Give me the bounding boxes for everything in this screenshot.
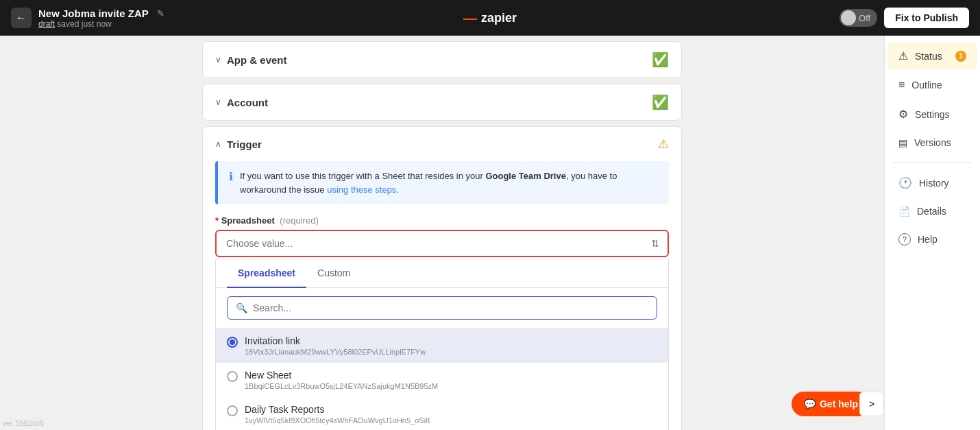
zapier-logo: — zapier	[463, 10, 517, 26]
header-left: ← New Jobma invite ZAP ✎ draft saved jus…	[11, 8, 330, 29]
list-item[interactable]: Daily Task Reports 1vyWlVt5q5kI9XOOfi5tc…	[216, 397, 668, 430]
get-help-label: Get help	[820, 398, 858, 409]
expand-icon: >	[869, 398, 874, 409]
fix-publish-button[interactable]: Fix to Publish	[884, 8, 969, 28]
help-icon: ?	[898, 233, 911, 246]
back-button[interactable]: ←	[11, 8, 32, 28]
sidebar-divider	[893, 162, 972, 163]
chat-icon: 💬	[804, 398, 816, 409]
saved-text: saved just now	[57, 19, 111, 29]
status-badge: 1	[955, 51, 966, 62]
zap-title-group: New Jobma invite ZAP ✎ draft saved just …	[38, 8, 164, 29]
app-event-title: App & event	[227, 54, 287, 66]
version-label: ver. 5561fdc5	[3, 420, 44, 427]
outline-icon: ≡	[898, 79, 905, 91]
acc-left: ∨ Account	[215, 97, 268, 108]
option-text: Invitation link 18Vtx3JrLianaukM29wwLYVy…	[245, 335, 426, 356]
trigger-content: ℹ If you want to use this trigger with a…	[203, 161, 681, 430]
sidebar-item-status[interactable]: ⚠ Status 1	[887, 43, 977, 69]
list-item[interactable]: New Sheet 1BbqiCEGLcLv3RbuwO5sjL24EYANzS…	[216, 363, 668, 397]
header-center: — zapier	[330, 10, 650, 26]
toggle-switch[interactable]: Off	[840, 9, 877, 27]
zap-title: New Jobma invite ZAP	[38, 8, 149, 19]
sidebar-item-history[interactable]: 🕐 History	[887, 169, 977, 196]
search-wrapper: 🔍	[216, 288, 668, 329]
center-panel: ∨ App & event ✅ ∨ Account ✅	[202, 36, 682, 430]
acc-left: ∨ App & event	[215, 54, 287, 66]
trigger-left: ∧ Trigger	[215, 139, 262, 150]
radio-selected-icon	[227, 337, 238, 348]
required-asterisk: *	[215, 215, 219, 226]
sidebar-item-outline[interactable]: ≡ Outline	[887, 72, 977, 98]
sidebar-item-versions[interactable]: ▤ Versions	[887, 130, 977, 155]
info-link[interactable]: using these steps	[327, 184, 396, 195]
option-text: Daily Task Reports 1vyWlVt5q5kI9XOOfi5tc…	[245, 404, 430, 425]
draft-link[interactable]: draft	[38, 19, 55, 29]
sidebar-item-help[interactable]: ? Help	[887, 226, 977, 252]
info-bold-text: Google Team Drive	[485, 171, 566, 181]
details-icon: 📄	[898, 206, 910, 217]
tabs-row: Spreadsheet Custom	[216, 259, 668, 288]
options-list: Invitation link 18Vtx3JrLianaukM29wwLYVy…	[216, 329, 668, 430]
app-event-header[interactable]: ∨ App & event ✅	[203, 42, 681, 77]
sidebar-label-outline: Outline	[911, 80, 942, 91]
chevron-up-icon: ∧	[215, 139, 221, 149]
toggle-label: Off	[856, 13, 876, 23]
info-box: ℹ If you want to use this trigger with a…	[215, 161, 669, 204]
gear-icon: ⚙	[898, 108, 908, 121]
versions-icon: ▤	[898, 137, 907, 148]
account-header[interactable]: ∨ Account ✅	[203, 84, 681, 120]
content-area: ∨ App & event ✅ ∨ Account ✅	[0, 36, 884, 430]
dropdown-panel: Spreadsheet Custom 🔍	[215, 259, 669, 430]
info-text: If you want to use this trigger with a S…	[240, 169, 658, 196]
radio-unselected-icon	[227, 405, 238, 416]
edit-title-icon[interactable]: ✎	[157, 8, 164, 19]
field-label: * Spreadsheet (required)	[215, 215, 669, 226]
tab-spreadsheet[interactable]: Spreadsheet	[227, 259, 306, 288]
trigger-title: Trigger	[227, 139, 262, 150]
option-name: Daily Task Reports	[245, 404, 430, 415]
sidebar-label-status: Status	[915, 51, 942, 62]
search-input-wrapper: 🔍	[227, 296, 657, 320]
get-help-button[interactable]: 💬 Get help	[792, 392, 870, 416]
sidebar-label-settings: Settings	[915, 109, 950, 120]
info-text-part1: If you want to use this trigger with a S…	[240, 171, 485, 181]
list-item[interactable]: Invitation link 18Vtx3JrLianaukM29wwLYVy…	[216, 329, 668, 363]
trigger-header[interactable]: ∧ Trigger ⚠	[203, 127, 681, 161]
sidebar-label-history: History	[919, 178, 949, 189]
sidebar-item-details[interactable]: 📄 Details	[887, 199, 977, 224]
account-title: Account	[227, 97, 268, 108]
option-id: 1BbqiCEGLcLv3RbuwO5sjL24EYANzSajukgM1N5B…	[245, 382, 438, 390]
account-section: ∨ Account ✅	[202, 84, 682, 121]
tab-custom[interactable]: Custom	[306, 259, 361, 288]
sidebar-label-help: Help	[918, 234, 938, 245]
expand-button[interactable]: >	[859, 392, 884, 416]
spreadsheet-label: Spreadsheet	[221, 215, 275, 226]
search-icon: 🔍	[236, 302, 247, 313]
warning-icon: ⚠	[658, 136, 669, 152]
header-right: Off Fix to Publish	[650, 8, 969, 28]
option-id: 18Vtx3JrLianaukM29wwLYVy58l02EPvULLinplE…	[245, 348, 426, 356]
check-circle-icon: ✅	[652, 94, 669, 110]
warning-icon: ⚠	[898, 49, 908, 62]
radio-unselected-icon	[227, 371, 238, 382]
toggle-circle	[841, 10, 856, 25]
chevron-down-icon: ∨	[215, 55, 221, 64]
search-input[interactable]	[253, 302, 648, 313]
option-name: Invitation link	[245, 335, 426, 346]
right-sidebar: ⚠ Status 1 ≡ Outline ⚙ Settings ▤ Versio…	[884, 36, 980, 430]
spreadsheet-dropdown-wrapper: ⇅	[215, 230, 669, 257]
sidebar-label-versions: Versions	[914, 137, 951, 148]
draft-status: draft saved just now	[38, 19, 164, 29]
required-text: (required)	[280, 215, 318, 226]
logo-dash: —	[463, 10, 477, 26]
spreadsheet-dropdown-input[interactable]	[217, 231, 667, 256]
chevron-down-icon: ∨	[215, 97, 221, 107]
app-header: ← New Jobma invite ZAP ✎ draft saved jus…	[0, 0, 980, 36]
clock-icon: 🕐	[898, 176, 912, 189]
option-text: New Sheet 1BbqiCEGLcLv3RbuwO5sjL24EYANzS…	[245, 370, 438, 390]
trigger-section: ∧ Trigger ⚠ ℹ If you want to use this tr…	[202, 126, 682, 430]
option-id: 1vyWlVt5q5kI9XOOfi5tcy4sWhFAOuWvgU1oHn5_…	[245, 416, 430, 425]
sidebar-item-settings[interactable]: ⚙ Settings	[887, 101, 977, 128]
option-name: New Sheet	[245, 370, 438, 381]
